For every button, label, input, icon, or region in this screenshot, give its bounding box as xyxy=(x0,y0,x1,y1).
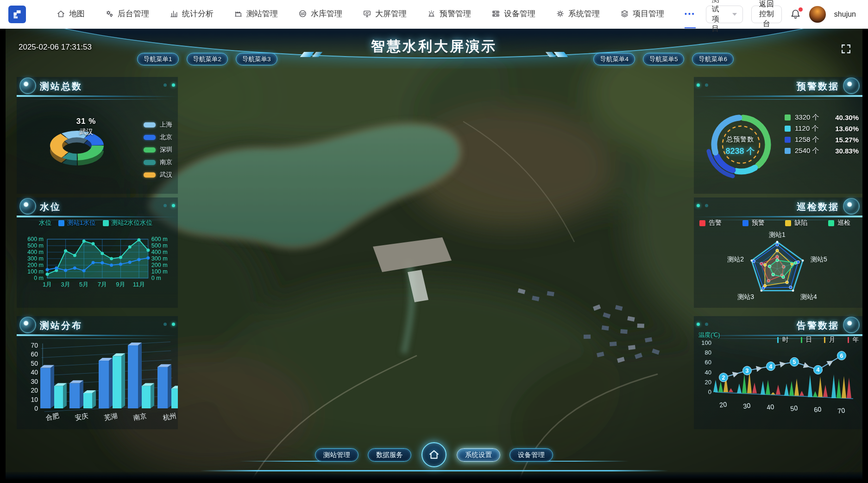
legend-swatch xyxy=(785,114,791,121)
bottom-button-station-mgmt[interactable]: 测站管理 xyxy=(315,448,359,462)
bottom-frame xyxy=(0,472,868,483)
nav-menu-button-2[interactable]: 导航菜单2 xyxy=(187,53,228,65)
panel-dots xyxy=(697,204,708,207)
avatar[interactable] xyxy=(809,6,826,23)
warning-legend-item-3[interactable]: 2540 个30.83% xyxy=(785,146,859,155)
svg-text:9月: 9月 xyxy=(116,281,125,288)
navbar-item-reservoir[interactable]: 水库管理 xyxy=(298,0,342,28)
panel-orb-icon xyxy=(843,317,860,333)
panel-dots xyxy=(164,83,175,87)
navbar-item-devices[interactable]: 设备管理 xyxy=(491,0,535,28)
svg-text:6: 6 xyxy=(840,353,843,359)
warning-legend: 3320 个40.30%1120 个13.60%1258 个15.27%2540… xyxy=(785,113,859,158)
panel-orb-icon xyxy=(19,77,36,94)
panel-orb-icon xyxy=(19,198,36,215)
bottom-button-data-service[interactable]: 数据服务 xyxy=(368,448,411,462)
project-select[interactable]: 测试项目 xyxy=(706,6,743,23)
navbar-item-label: 系统管理 xyxy=(568,8,600,19)
username[interactable]: shujun xyxy=(834,10,856,19)
legend-item-武汉[interactable]: 武汉 xyxy=(144,171,172,179)
svg-text:200 m: 200 m xyxy=(27,262,44,268)
warning-legend-item-2[interactable]: 1258 个15.27% xyxy=(785,135,859,144)
svg-text:测站1: 测站1 xyxy=(769,231,786,238)
svg-text:11月: 11月 xyxy=(133,281,145,288)
layers-icon xyxy=(620,9,629,18)
nav-menu-button-6[interactable]: 导航菜单6 xyxy=(692,53,734,65)
svg-text:5月: 5月 xyxy=(79,281,88,288)
panel-station-distribution: 测站分布 010203040506070合肥安庆芜湖南京杭州 xyxy=(17,316,178,429)
navbar-item-system[interactable]: 系统管理 xyxy=(556,0,600,28)
navbar-item-stats[interactable]: 统计分析 xyxy=(170,0,214,28)
nav-menu-button-5[interactable]: 导航菜单5 xyxy=(643,53,685,65)
warning-legend-item-1[interactable]: 1120 个13.60% xyxy=(785,124,859,133)
legend-swatch xyxy=(785,220,791,226)
panel-dots xyxy=(697,323,708,326)
notification-bell[interactable] xyxy=(790,9,801,19)
navbar-item-label: 地图 xyxy=(69,8,85,19)
navbar-item-label: 水库管理 xyxy=(311,8,342,19)
legend-swatch xyxy=(103,220,109,226)
legend-swatch xyxy=(144,172,156,178)
svg-text:2: 2 xyxy=(722,375,725,381)
legend-item-深圳[interactable]: 深圳 xyxy=(144,146,172,154)
app-logo[interactable] xyxy=(8,6,26,23)
navbar-item-label: 测站管理 xyxy=(246,8,278,19)
navbar-item-projects[interactable]: 项目管理 xyxy=(620,0,664,28)
back-to-console-button[interactable]: 返回控制台 xyxy=(751,6,782,23)
legend-item-北京[interactable]: 北京 xyxy=(144,133,172,141)
chevron-down-icon xyxy=(732,13,737,16)
panel-station-total: 测站总数 31 % 武汉 上海北京深圳南京武汉 xyxy=(17,77,178,194)
legend-percent: 30.83% xyxy=(835,147,859,155)
panel-orb-icon xyxy=(843,198,860,215)
svg-text:3: 3 xyxy=(746,368,749,374)
svg-text:20: 20 xyxy=(31,387,38,394)
panel-orb-icon xyxy=(19,317,36,333)
legend-swatch xyxy=(785,126,791,132)
svg-text:70: 70 xyxy=(837,407,845,415)
navbar-item-stations[interactable]: 测站管理 xyxy=(234,0,278,28)
fullscreen-button[interactable] xyxy=(841,44,851,54)
water-icon xyxy=(298,9,307,18)
alarm-spikes-chart: 100806040200203040506070234546 xyxy=(694,337,862,429)
legend-item-南京[interactable]: 南京 xyxy=(144,158,172,166)
nav-menu-button-3[interactable]: 导航菜单3 xyxy=(236,53,277,65)
svg-text:70: 70 xyxy=(31,342,38,349)
svg-text:3月: 3月 xyxy=(61,281,70,288)
navbar-item-more[interactable]: ••• xyxy=(685,0,696,28)
legend-item-0[interactable]: 水位 xyxy=(39,219,51,227)
svg-text:测站2: 测站2 xyxy=(727,255,744,263)
svg-text:0: 0 xyxy=(708,388,711,395)
svg-text:4: 4 xyxy=(817,367,820,373)
navbar-item-warnings[interactable]: 预警管理 xyxy=(427,0,471,28)
bottom-button-device-mgmt[interactable]: 设备管理 xyxy=(509,448,553,462)
home-button[interactable] xyxy=(421,442,447,467)
svg-text:100 m: 100 m xyxy=(27,268,44,275)
svg-text:500 m: 500 m xyxy=(27,242,44,249)
nav-menu-button-1[interactable]: 导航菜单1 xyxy=(137,53,179,65)
svg-text:0: 0 xyxy=(34,405,38,412)
legend-item-1[interactable]: 测站1水位 xyxy=(58,219,96,227)
svg-text:7月: 7月 xyxy=(98,281,107,288)
navbar-item-screens[interactable]: 大屏管理 xyxy=(363,0,407,28)
legend-item-2[interactable]: 测站2水位水位 xyxy=(103,219,153,227)
svg-text:20: 20 xyxy=(705,379,711,386)
gear-icon xyxy=(556,9,565,18)
svg-text:300 m: 300 m xyxy=(27,255,44,262)
server-icon xyxy=(491,9,500,18)
navbar-item-admin[interactable]: 后台管理 xyxy=(105,0,149,28)
panel-title: 告警数据 xyxy=(797,319,839,332)
home-icon xyxy=(57,9,65,18)
bar-chart-icon xyxy=(170,9,178,18)
warning-legend-item-0[interactable]: 3320 个40.30% xyxy=(785,113,859,122)
legend-item-上海[interactable]: 上海 xyxy=(144,121,172,129)
legend-swatch xyxy=(144,147,156,153)
navbar-item-map[interactable]: 地图 xyxy=(57,0,85,28)
nav-menu-button-4[interactable]: 导航菜单4 xyxy=(593,53,635,65)
gauge-center-label: 总预警数 8238 个 xyxy=(708,135,773,157)
station-icon xyxy=(234,9,243,18)
legend-swatch xyxy=(144,122,156,127)
svg-text:安庆: 安庆 xyxy=(74,412,88,422)
bottom-button-system-settings[interactable]: 系统设置 xyxy=(457,448,500,462)
legend-percent: 40.30% xyxy=(835,114,859,121)
svg-text:500 m: 500 m xyxy=(151,242,168,249)
